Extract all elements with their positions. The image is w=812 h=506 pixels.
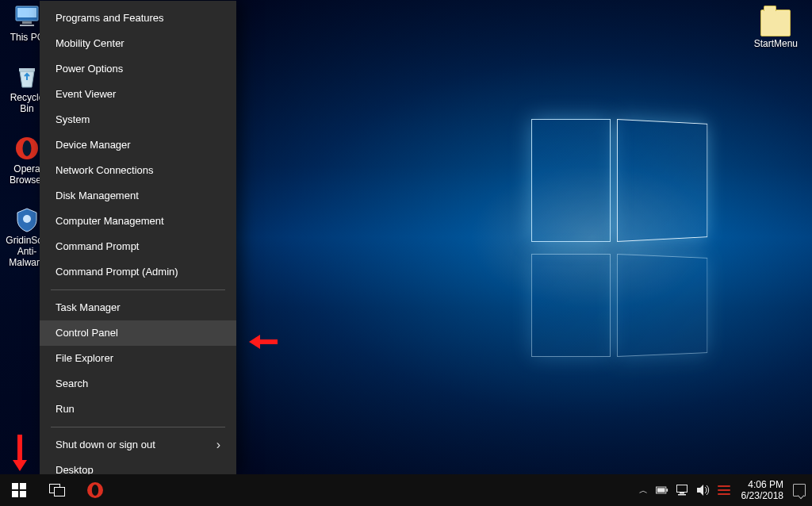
winx-item-search[interactable]: Search <box>40 371 236 397</box>
svg-rect-21 <box>680 493 684 494</box>
desktop-icon-startmenu[interactable]: StartMenu <box>754 10 798 49</box>
folder-icon <box>760 10 791 36</box>
winx-item-disk-management[interactable]: Disk Management <box>40 183 236 209</box>
opera-icon <box>86 481 104 499</box>
winx-item-task-manager[interactable]: Task Manager <box>40 295 236 320</box>
winx-item-label: Command Prompt (Admin) <box>56 266 178 278</box>
winx-item-command-prompt[interactable]: Command Prompt <box>40 234 236 259</box>
shield-icon <box>13 206 40 233</box>
winx-item-label: Power Options <box>56 63 123 75</box>
action-center-button[interactable] <box>793 484 806 496</box>
winx-item-label: Event Viewer <box>56 88 116 101</box>
winx-item-label: Programs and Features <box>56 12 164 25</box>
recycle-icon <box>13 63 40 90</box>
winx-item-label: Control Panel <box>56 327 118 339</box>
winx-item-label: Command Prompt <box>56 240 139 253</box>
winx-item-mobility-center[interactable]: Mobility Center <box>40 31 236 56</box>
winx-item-control-panel[interactable]: Control Panel <box>40 320 236 346</box>
wallpaper-pane <box>531 119 611 242</box>
svg-marker-23 <box>697 485 703 496</box>
svg-rect-5 <box>19 68 35 71</box>
svg-rect-19 <box>657 488 665 492</box>
desktop-icon-label: This PC <box>10 32 44 43</box>
winx-item-label: Disk Management <box>56 190 139 202</box>
winx-item-shut-down-or-sign-out[interactable]: Shut down or sign out› <box>40 432 236 458</box>
volume-icon[interactable] <box>697 484 710 496</box>
clock[interactable]: 4:06 PM 6/23/2018 <box>741 479 783 501</box>
svg-rect-11 <box>12 491 18 497</box>
winx-item-label: Run <box>56 403 75 416</box>
winx-menu: Programs and FeaturesMobility CenterPowe… <box>40 1 236 474</box>
winx-item-label: Search <box>56 378 88 390</box>
winx-item-label: Task Manager <box>56 301 121 314</box>
system-tray: ︿ 4:06 PM 6/23/2018 <box>633 474 812 506</box>
winx-item-label: System <box>56 113 90 126</box>
menu-separator <box>51 427 225 427</box>
winx-item-file-explorer[interactable]: File Explorer <box>40 346 236 371</box>
svg-rect-10 <box>20 483 26 489</box>
tray-overflow-button[interactable]: ︿ <box>639 485 648 496</box>
winx-item-network-connections[interactable]: Network Connections <box>40 158 236 183</box>
svg-point-16 <box>92 485 98 496</box>
opera-icon <box>13 135 40 162</box>
winx-item-event-viewer[interactable]: Event Viewer <box>40 82 236 107</box>
winx-item-system[interactable]: System <box>40 107 236 132</box>
winx-item-label: Device Manager <box>56 139 131 151</box>
wallpaper-pane <box>531 254 611 357</box>
start-button[interactable] <box>0 474 38 506</box>
notification-icon <box>793 484 806 496</box>
svg-rect-14 <box>55 488 65 496</box>
svg-rect-12 <box>20 491 26 497</box>
battery-icon[interactable] <box>656 484 668 496</box>
svg-rect-1 <box>17 8 36 17</box>
menu-separator <box>51 289 225 290</box>
winx-item-programs-and-features[interactable]: Programs and Features <box>40 6 236 31</box>
wallpaper-pane <box>617 119 707 242</box>
svg-rect-9 <box>12 483 18 489</box>
svg-rect-3 <box>20 25 34 26</box>
taskbar-app-opera[interactable] <box>76 474 114 506</box>
svg-point-7 <box>23 140 32 156</box>
svg-rect-22 <box>678 494 686 496</box>
chevron-right-icon: › <box>216 439 220 451</box>
svg-rect-2 <box>22 21 32 24</box>
winx-item-label: Computer Management <box>56 215 164 228</box>
pc-icon <box>13 3 40 30</box>
desktop-icon-label: StartMenu <box>754 38 798 49</box>
task-view-icon <box>49 484 65 496</box>
task-view-button[interactable] <box>38 474 76 506</box>
svg-rect-20 <box>676 485 687 493</box>
winx-item-power-options[interactable]: Power Options <box>40 56 236 82</box>
winx-item-computer-management[interactable]: Computer Management <box>40 209 236 234</box>
winx-item-label: Mobility Center <box>56 37 124 50</box>
svg-rect-18 <box>666 489 668 492</box>
winx-item-label: Network Connections <box>56 164 154 177</box>
wallpaper-pane <box>617 254 707 357</box>
clock-date: 6/23/2018 <box>741 490 783 501</box>
winx-item-device-manager[interactable]: Device Manager <box>40 132 236 158</box>
svg-point-8 <box>23 215 31 223</box>
winx-item-command-prompt-admin-[interactable]: Command Prompt (Admin) <box>40 259 236 285</box>
winx-item-label: Shut down or sign out <box>56 439 155 451</box>
winx-item-run[interactable]: Run <box>40 397 236 422</box>
windows-logo-icon <box>12 483 26 497</box>
taskbar: ︿ 4:06 PM 6/23/2018 <box>0 474 812 506</box>
clock-time: 4:06 PM <box>748 479 783 490</box>
winx-item-label: File Explorer <box>56 352 113 365</box>
tray-app-icon[interactable] <box>718 484 730 496</box>
network-icon[interactable] <box>676 484 689 496</box>
